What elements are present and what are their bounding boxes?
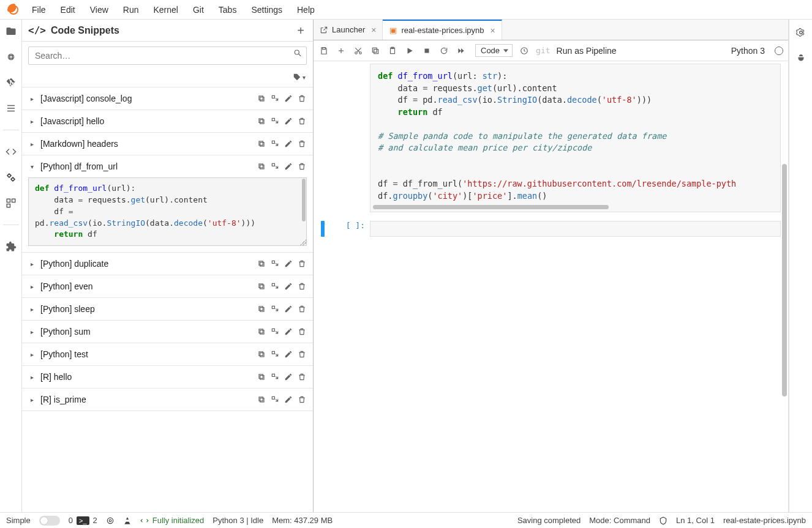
chevron-right-icon[interactable]: ▸ [28,351,36,358]
copy-icon[interactable] [257,372,266,382]
run-icon[interactable] [404,45,415,56]
edit-icon[interactable] [284,281,293,291]
insert-icon[interactable] [270,94,280,103]
add-snippet-button[interactable]: + [295,24,307,37]
edit-icon[interactable] [284,372,293,382]
env-icon[interactable] [106,516,115,526]
insert-icon[interactable] [270,281,280,291]
edit-icon[interactable] [284,116,293,126]
menu-settings[interactable]: Settings [244,1,290,18]
paste-icon[interactable] [387,45,398,56]
copy-icon[interactable] [257,94,266,103]
menu-edit[interactable]: Edit [53,1,83,18]
notebook-body[interactable]: def df_from_url(url: str): data = reques… [314,61,788,512]
delete-icon[interactable] [297,94,307,103]
close-icon[interactable]: × [491,26,495,35]
tab-notebook[interactable]: ▣ real-estate-prices.ipynb × [383,20,502,40]
snippet-header[interactable]: ▸[R] hello [22,366,313,388]
edit-icon[interactable] [284,327,293,337]
insert-icon[interactable] [270,259,280,269]
copy-icon[interactable] [257,327,266,337]
save-icon[interactable] [318,45,329,56]
snippet-header[interactable]: ▾[Python] df_from_url [22,155,313,177]
kernel-indicator[interactable] [775,46,783,55]
insert-icon[interactable] [270,139,280,149]
chevron-right-icon[interactable]: ▸ [28,374,36,381]
simple-toggle[interactable] [39,516,60,526]
copy-icon[interactable] [257,349,266,359]
menu-git[interactable]: Git [186,1,211,18]
insert-icon[interactable] [270,116,280,126]
chevron-right-icon[interactable]: ▸ [28,329,36,335]
edit-icon[interactable] [284,304,293,314]
empty-cell[interactable]: [ ]: [321,221,781,237]
snippet-header[interactable]: ▸[Python] sum [22,321,313,343]
toc-icon[interactable] [4,102,18,115]
insert-icon[interactable] [270,327,280,337]
delete-icon[interactable] [297,139,307,149]
tab-launcher[interactable]: Launcher × [314,20,383,40]
snippet-header[interactable]: ▸[Markdown] headers [22,133,313,155]
clock-icon[interactable] [519,45,530,56]
resize-handle[interactable] [300,239,306,245]
cut-icon[interactable] [353,45,364,56]
share-icon[interactable] [123,516,132,526]
extensions-icon[interactable] [4,240,18,253]
chevron-right-icon[interactable]: ▸ [28,141,36,147]
insert-icon[interactable] [270,372,280,382]
delete-icon[interactable] [297,349,307,359]
menu-tabs[interactable]: Tabs [211,1,244,18]
edit-icon[interactable] [284,139,293,149]
snippet-header[interactable]: ▸[Python] test [22,343,313,365]
snippet-code[interactable]: def df_from_url(url): data = requests.ge… [28,177,307,246]
delete-icon[interactable] [297,304,307,314]
edit-icon[interactable] [284,395,293,404]
chevron-right-icon[interactable]: ▸ [28,283,36,290]
menu-help[interactable]: Help [290,1,322,18]
snippet-header[interactable]: ▸[Python] sleep [22,298,313,320]
edit-icon[interactable] [284,259,293,269]
cell-type-select[interactable]: Code [475,44,513,57]
copy-icon[interactable] [257,162,266,171]
running-icon[interactable] [4,50,18,64]
snippet-header[interactable]: ▸[Python] even [22,275,313,297]
pipeline-gear-icon[interactable] [4,171,18,184]
add-cell-icon[interactable] [336,45,347,56]
git-icon[interactable] [4,76,18,89]
copy-icon[interactable] [257,395,266,404]
insert-icon[interactable] [270,395,280,404]
components-icon[interactable] [4,196,18,210]
bug-icon[interactable] [794,51,808,65]
copy-icon[interactable] [257,281,266,291]
copy-icon[interactable] [257,259,266,269]
tag-filter[interactable]: ▾ [22,67,313,87]
copy-icon[interactable] [257,139,266,149]
snippet-header[interactable]: ▸[Javascript] hello [22,110,313,132]
delete-icon[interactable] [297,162,307,171]
close-icon[interactable]: × [371,25,376,35]
copy-icon[interactable] [257,116,266,126]
restart-icon[interactable] [438,45,449,56]
vertical-scrollbar[interactable] [782,66,787,507]
kernel-name[interactable]: Python 3 [731,46,765,56]
snippet-header[interactable]: ▸[R] is_prime [22,389,313,411]
vertical-scrollbar[interactable] [302,179,306,221]
insert-icon[interactable] [270,349,280,359]
chevron-right-icon[interactable]: ▸ [28,95,36,102]
insert-icon[interactable] [270,304,280,314]
delete-icon[interactable] [297,327,307,337]
menu-kernel[interactable]: Kernel [146,1,185,18]
chevron-right-icon[interactable]: ▸ [28,261,36,267]
copy-icon[interactable] [257,304,266,314]
edit-icon[interactable] [284,162,293,171]
menu-file[interactable]: File [24,1,53,18]
cell-input[interactable] [370,221,781,237]
run-pipeline-button[interactable]: Run as Pipeline [557,46,617,56]
menu-view[interactable]: View [83,1,116,18]
delete-icon[interactable] [297,395,307,404]
chevron-down-icon[interactable]: ▾ [28,163,36,170]
edit-icon[interactable] [284,94,293,103]
gear-icon[interactable] [794,26,808,39]
copy-icon[interactable] [370,45,381,56]
insert-icon[interactable] [270,162,280,171]
